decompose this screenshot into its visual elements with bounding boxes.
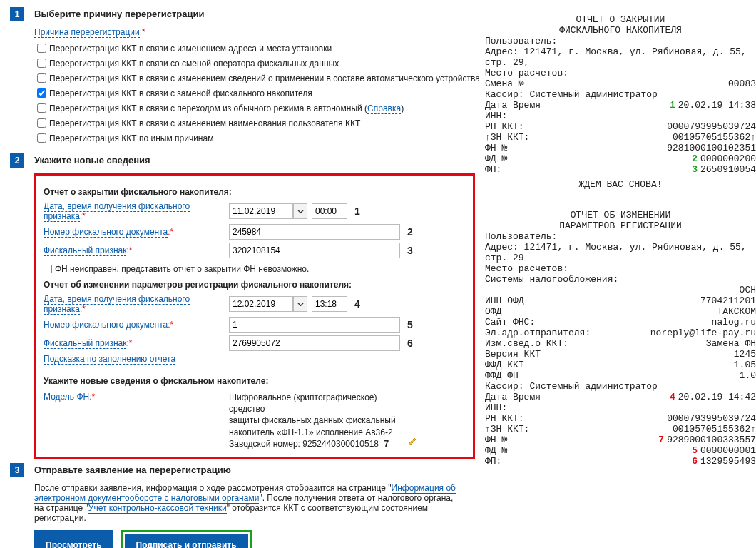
rc1-thanks: ЖДЕМ ВАС СНОВА! (485, 179, 756, 190)
rc2-innofd-lbl: ИНН ОФД (485, 295, 524, 306)
reason-6-label: Перерегистрация ККТ в связи с изменением… (49, 118, 360, 128)
reason-5-label-b: ) (401, 103, 404, 113)
step1-title: Выберите причину перерегистрации (34, 7, 204, 21)
green-highlight-box: Подписать и отправить (121, 530, 252, 548)
rc1-shift-val: 00083 (728, 78, 756, 89)
rc2-rn-lbl: РН ККТ: (485, 413, 524, 424)
reason-7[interactable] (37, 133, 46, 143)
rc2-cashier: Кассир: Системный администратор (485, 381, 756, 392)
field-mark-5: 5 (407, 319, 413, 330)
close-date-input[interactable] (229, 203, 293, 219)
reason-5-help[interactable]: Справка (367, 103, 401, 114)
rc1-place: Место расчетов: (485, 68, 756, 78)
reason-3-label: Перерегистрация ККТ в связи с изменением… (49, 73, 480, 83)
reason-5[interactable] (37, 103, 46, 113)
rc2-ffdfn-val: 1.0 (740, 370, 756, 381)
change-sign-input[interactable] (229, 335, 400, 351)
close-sign-label: Фискальный признак (44, 245, 126, 256)
receipt2-title2: ПАРАМЕТРОВ РЕГИСТРАЦИИ (485, 220, 756, 231)
receipt2-title1: ОТЧЕТ ОБ ИЗМЕНЕНИИ (485, 210, 756, 220)
rc2-ffdfn-lbl: ФФД ФН (485, 370, 519, 381)
reason-7-label: Перерегистрация ККТ по иным причинам (49, 133, 213, 143)
close-sign-input[interactable] (229, 243, 400, 258)
rc2-fnnum-val: 9289000100333557 (667, 435, 756, 445)
rc2-tax: Системы налогообложения: (485, 274, 756, 285)
field-mark-3: 3 (407, 245, 413, 256)
rc2-dt-lbl: Дата Время (485, 392, 541, 402)
reason-1[interactable] (37, 44, 46, 53)
rc2-inn: ИНН: (485, 402, 756, 413)
rc1-fnnum-val: 9281000100102351 (667, 143, 756, 153)
fn-model-text-l3: накопитель «ФН-1.1» исполнение Ав36-2 (229, 427, 414, 438)
rc1-dt-lbl: Дата Время (485, 100, 541, 111)
close-time-input[interactable] (312, 203, 347, 219)
red-highlight-box: Отчет о закрытии фискального накопителя:… (34, 173, 475, 459)
receipt1-title2: ФИСКАЛЬНОГО НАКОПИТЕЛЯ (485, 25, 756, 36)
rc1-fd-lbl: ФД № (485, 153, 507, 164)
rc2-zn-lbl: ↑ЗН ККТ: (485, 424, 529, 435)
fn-serial-label: Заводской номер: (229, 439, 302, 449)
rc2-dt-val: 20.02.19 14:42 (678, 392, 756, 402)
rc1-inn: ИНН: (485, 111, 756, 121)
field-mark-7: 7 (384, 439, 389, 449)
reason-3[interactable] (37, 73, 46, 83)
report-hint-link[interactable]: Подсказка по заполнению отчета (44, 354, 175, 365)
fn-model-text-l2: защиты фискальных данных фискальный (229, 415, 414, 426)
rc1-shift-lbl: Смена № (485, 78, 524, 89)
rc2-fd-val: 0000000001 (700, 445, 756, 456)
rc2-place: Место расчетов: (485, 263, 756, 274)
fn-broken-chk-icon[interactable] (44, 265, 52, 273)
change-date-dropdown[interactable] (293, 296, 307, 312)
change-date-input[interactable] (229, 296, 293, 312)
fn-model-text-l1: Шифровальное (криптографическое) средств… (229, 392, 414, 415)
field-mark-2: 2 (407, 226, 413, 238)
fn-broken-label: ФН неисправен, представить отчет о закры… (55, 264, 309, 274)
change-doc-input[interactable] (229, 317, 400, 333)
rc1-user: Пользователь: (485, 36, 756, 46)
close-date-dropdown[interactable] (293, 203, 307, 219)
step-number: 3 (10, 463, 24, 477)
reason-2[interactable] (37, 59, 46, 68)
rc1-zn-val: 00105705155362↑ (673, 132, 756, 143)
reason-6[interactable] (37, 118, 46, 128)
edit-pencil-icon[interactable] (407, 437, 417, 450)
sign-send-button[interactable]: Подписать и отправить (125, 534, 248, 548)
rc2-fnnum-lbl: ФН № (485, 435, 507, 445)
change-date-label: Дата, время получения фискального призна… (44, 294, 190, 315)
rc2-rn-val: 0000793995039724 (667, 413, 756, 424)
reason-4-label: Перерегистрация ККТ в связи с заменой фи… (49, 88, 312, 98)
reason-5-label-a: Перерегистрация ККТ в связи с переходом … (49, 103, 367, 113)
rc1-dt-val: 20.02.19 14:38 (678, 100, 756, 111)
rc2-ver-val: 1245 (734, 349, 756, 360)
rc2-fns-val: nalog.ru (712, 317, 756, 328)
rc2-zn-val: 00105705155362↑ (673, 424, 756, 435)
rc2-fp-val: 1329595493 (700, 456, 756, 467)
rc1-cashier: Кассир: Системный администратор (485, 89, 756, 100)
step-number: 1 (10, 7, 24, 21)
rc1-fp-val: 2650910054 (700, 164, 756, 175)
close-doc-label: Номер фискального документа (44, 227, 168, 238)
rc2-ver-lbl: Версия ККТ (485, 349, 541, 360)
step2-title: Укажите новые сведения (34, 153, 150, 168)
rc2-addr2: стр. 29 (485, 253, 756, 263)
step3-title: Отправьте заявление на перерегистрацию (34, 463, 231, 477)
field-mark-6: 6 (407, 338, 413, 349)
change-sign-label: Фискальный признак (44, 338, 126, 349)
close-report-heading: Отчет о закрытии фискального накопителя: (44, 187, 466, 197)
cause-link[interactable]: Причина перерегистрации (34, 27, 140, 38)
change-time-input[interactable] (312, 296, 347, 312)
reason-4[interactable] (37, 88, 46, 98)
rc2-user: Пользователь: (485, 231, 756, 242)
rc2-ffdkkt-val: 1.05 (734, 360, 756, 370)
rc2-fp-lbl: ФП: (485, 456, 501, 467)
step-number: 2 (10, 153, 24, 168)
reason-2-label: Перерегистрация ККТ в связи со сменой оп… (49, 59, 339, 68)
step3-link2[interactable]: Учет контрольно-кассовой техники (88, 503, 227, 514)
rc2-email-lbl: Эл.адр.отправителя: (485, 328, 591, 338)
rc1-zn-lbl: ↑ЗН ККТ: (485, 132, 529, 143)
rc1-addr1: Адрес: 121471, г. Москва, ул. Рябиновая,… (485, 46, 756, 57)
close-doc-input[interactable] (229, 224, 400, 240)
rc1-rn-lbl: РН ККТ: (485, 121, 524, 132)
rc2-ofd-val: ТАКСКОМ (717, 306, 756, 317)
preview-button[interactable]: Просмотреть (34, 530, 113, 548)
